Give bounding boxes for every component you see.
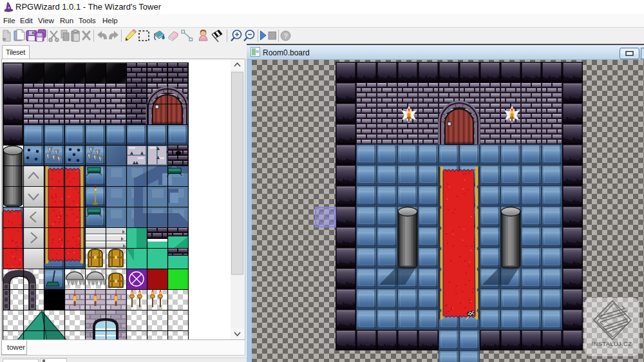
svg-text:?: ? xyxy=(283,32,288,40)
